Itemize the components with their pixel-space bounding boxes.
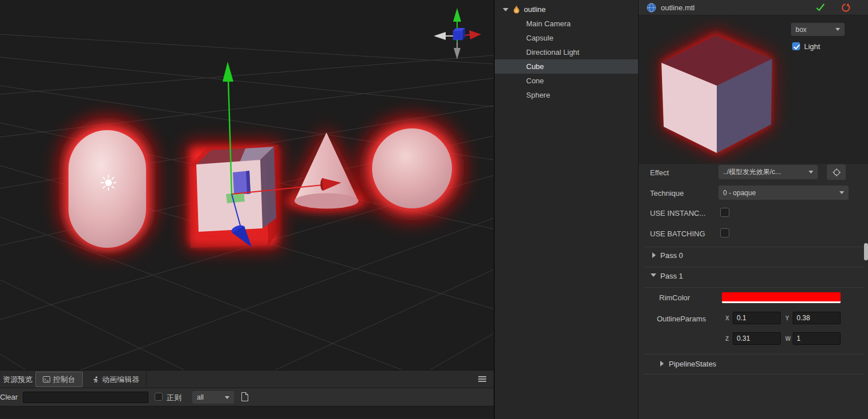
node-label: Cube <box>526 62 544 71</box>
pass0-expand-icon[interactable] <box>652 252 656 258</box>
sphere-object[interactable] <box>360 116 465 221</box>
effect-select[interactable]: ../模型发光效果/c... <box>718 165 818 179</box>
hierarchy-item-cone[interactable]: Cone <box>495 74 639 88</box>
pass1-label: Pass 1 <box>660 272 683 280</box>
console-filter-input[interactable] <box>23 392 148 403</box>
export-log-icon[interactable] <box>241 392 248 401</box>
inspector-scrollbar[interactable] <box>863 0 868 419</box>
w-axis-label: W <box>785 336 790 342</box>
scene-viewport[interactable] <box>0 0 494 370</box>
pass0-label: Pass 0 <box>660 251 683 260</box>
preview-light-label: Light <box>804 42 820 51</box>
outline-params-label: OutlineParams <box>657 315 706 323</box>
tab-console[interactable]: 控制台 <box>35 372 83 387</box>
crosshair-icon <box>833 168 841 176</box>
hierarchy-root-node[interactable]: outline <box>495 2 639 17</box>
preview-shape-select[interactable]: box <box>791 23 845 36</box>
z-axis-label: Z <box>725 336 729 342</box>
outline-params-y-input[interactable] <box>793 312 841 324</box>
pass1-collapse-icon[interactable] <box>651 273 656 277</box>
log-level-value: all <box>197 393 221 401</box>
refresh-icon[interactable] <box>841 3 850 13</box>
preview-light-checkbox[interactable] <box>792 42 800 50</box>
node-label: Main Camera <box>526 19 571 28</box>
console-output <box>0 406 494 418</box>
separator <box>643 267 864 267</box>
scrollbar-thumb[interactable] <box>864 243 868 260</box>
hierarchy-panel: outline Main Camera Capsule Directional … <box>494 0 638 419</box>
use-batching-checkbox[interactable] <box>720 228 729 237</box>
tab-label: 动画编辑器 <box>102 374 139 385</box>
rim-color-label: RimColor <box>659 293 690 302</box>
separator <box>643 247 864 247</box>
hierarchy-item-cube[interactable]: Cube <box>495 59 639 74</box>
collapse-arrow-icon[interactable] <box>503 8 508 11</box>
material-preview[interactable] <box>639 15 868 164</box>
editor-root: 资源预览 控制台 动画编辑器 <box>0 0 868 419</box>
chevron-down-icon <box>839 191 844 194</box>
bottom-dock: 资源预览 控制台 动画编辑器 <box>0 370 494 419</box>
outline-params-w-input[interactable] <box>793 332 841 345</box>
use-instancing-label: USE INSTANC... <box>650 209 705 217</box>
effect-label: Effect <box>650 168 669 177</box>
regex-label: 正则 <box>167 393 181 403</box>
technique-select[interactable]: 0 - opaque <box>718 186 849 200</box>
pipeline-states-expand-icon[interactable] <box>660 361 664 366</box>
tab-asset-preview[interactable]: 资源预览 <box>0 370 40 388</box>
clear-button[interactable]: Clear <box>0 393 18 401</box>
console-icon <box>43 376 50 382</box>
x-axis-label: X <box>725 315 729 321</box>
separator <box>643 354 864 354</box>
locate-effect-button[interactable] <box>827 164 846 180</box>
separator <box>643 374 864 374</box>
chevron-down-icon <box>809 171 813 174</box>
outline-params-x-input[interactable] <box>733 312 781 324</box>
node-label: outline <box>524 5 546 14</box>
hierarchy-item-main-camera[interactable]: Main Camera <box>495 17 639 31</box>
technique-label: Technique <box>650 189 684 198</box>
console-toolbar: Clear 正则 all <box>0 388 494 406</box>
chevron-down-icon <box>835 28 840 31</box>
node-label: Cone <box>526 76 544 85</box>
inspector-panel: outline.mtl box Li <box>638 0 868 419</box>
preview-shape-value: box <box>796 26 832 34</box>
chevron-down-icon <box>225 396 229 399</box>
tab-label: 控制台 <box>53 374 75 385</box>
menu-icon[interactable] <box>478 376 487 382</box>
use-batching-label: USE BATCHING <box>650 229 705 238</box>
node-label: Capsule <box>526 34 554 42</box>
animation-icon <box>92 376 99 383</box>
outline-params-z-input[interactable] <box>733 332 781 345</box>
effect-value: ../模型发光效果/c... <box>723 167 805 177</box>
pipeline-states-label: PipelineStates <box>669 360 716 368</box>
technique-value: 0 - opaque <box>723 189 836 197</box>
light-sun-icon[interactable] <box>101 175 116 190</box>
log-level-select[interactable]: all <box>192 391 234 404</box>
dock-tabbar: 资源预览 控制台 动画编辑器 <box>0 370 494 388</box>
scene-3d-view[interactable] <box>0 0 494 370</box>
y-axis-label: Y <box>785 315 789 321</box>
tab-animation-editor[interactable]: 动画编辑器 <box>86 370 147 388</box>
tab-label: 资源预览 <box>3 374 33 385</box>
hierarchy-item-directional-light[interactable]: Directional Light <box>495 45 639 59</box>
hierarchy-item-capsule[interactable]: Capsule <box>495 31 639 45</box>
hierarchy-item-sphere[interactable]: Sphere <box>495 88 639 102</box>
separator <box>643 287 864 288</box>
material-globe-icon <box>647 3 656 13</box>
inspector-title: outline.mtl <box>661 3 695 12</box>
inspector-header: outline.mtl <box>639 0 868 15</box>
scene-flame-icon <box>513 5 520 14</box>
orientation-cube[interactable] <box>453 31 462 40</box>
use-instancing-checkbox[interactable] <box>720 208 729 217</box>
node-label: Directional Light <box>526 48 579 57</box>
apply-check-icon[interactable] <box>815 3 825 12</box>
alpha-bar <box>722 301 841 303</box>
regex-checkbox[interactable] <box>155 393 163 401</box>
rim-color-swatch[interactable] <box>722 292 841 303</box>
node-label: Sphere <box>526 91 550 99</box>
